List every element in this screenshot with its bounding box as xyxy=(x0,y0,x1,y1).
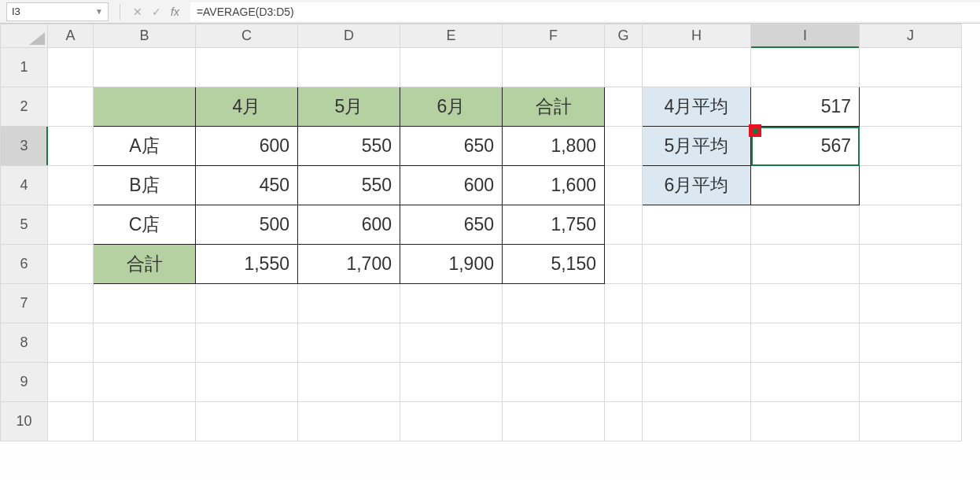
row-header-10[interactable]: 10 xyxy=(1,402,48,441)
confirm-icon[interactable]: ✓ xyxy=(152,6,161,18)
cell-A6[interactable] xyxy=(48,245,94,284)
cell-I3[interactable]: 567 xyxy=(751,127,860,166)
cell-J2[interactable] xyxy=(860,87,962,127)
cell-C1[interactable] xyxy=(196,48,298,87)
cell-J3[interactable] xyxy=(860,127,962,166)
cell-G9[interactable] xyxy=(605,363,643,402)
cell-J4[interactable] xyxy=(860,166,962,205)
cell-G3[interactable] xyxy=(605,127,643,166)
cell-A1[interactable] xyxy=(48,48,94,87)
cell-B4[interactable]: B店 xyxy=(94,166,196,205)
cell-J1[interactable] xyxy=(860,48,962,87)
row-header-5[interactable]: 5 xyxy=(1,205,48,245)
row-header-1[interactable]: 1 xyxy=(1,48,48,87)
cell-C8[interactable] xyxy=(196,323,298,363)
cell-B2[interactable] xyxy=(94,87,196,127)
cell-H6[interactable] xyxy=(643,245,751,284)
cell-A8[interactable] xyxy=(48,323,94,363)
cell-H8[interactable] xyxy=(643,323,751,363)
cell-B8[interactable] xyxy=(94,323,196,363)
cell-H2[interactable]: 4月平均 xyxy=(643,87,751,127)
cell-E6[interactable]: 1,900 xyxy=(400,245,503,284)
cell-G6[interactable] xyxy=(605,245,643,284)
cell-C2[interactable]: 4月 xyxy=(196,87,298,127)
cell-G10[interactable] xyxy=(605,402,643,441)
col-header-C[interactable]: C xyxy=(196,24,298,48)
row-header-4[interactable]: 4 xyxy=(1,166,48,205)
row-header-8[interactable]: 8 xyxy=(1,323,48,363)
cell-B3[interactable]: A店 xyxy=(94,127,196,166)
row-header-7[interactable]: 7 xyxy=(1,284,48,323)
select-all-corner[interactable] xyxy=(1,24,48,48)
cell-G8[interactable] xyxy=(605,323,643,363)
cell-F6[interactable]: 5,150 xyxy=(503,245,605,284)
cell-B1[interactable] xyxy=(94,48,196,87)
col-header-I[interactable]: I xyxy=(751,24,860,48)
cell-C4[interactable]: 450 xyxy=(196,166,298,205)
col-header-F[interactable]: F xyxy=(503,24,605,48)
spreadsheet[interactable]: A B C D E F G H I J 1 2 xyxy=(0,24,980,441)
cell-G1[interactable] xyxy=(605,48,643,87)
cell-A2[interactable] xyxy=(48,87,94,127)
row-header-2[interactable]: 2 xyxy=(1,87,48,127)
cell-E9[interactable] xyxy=(400,363,503,402)
col-header-H[interactable]: H xyxy=(643,24,751,48)
cell-D4[interactable]: 550 xyxy=(298,166,400,205)
cancel-icon[interactable]: ✕ xyxy=(133,6,142,18)
cell-I9[interactable] xyxy=(751,363,860,402)
cell-D2[interactable]: 5月 xyxy=(298,87,400,127)
cell-J7[interactable] xyxy=(860,284,962,323)
cell-I8[interactable] xyxy=(751,323,860,363)
name-box[interactable]: I3 ▼ xyxy=(6,2,109,21)
cell-B6[interactable]: 合計 xyxy=(94,245,196,284)
cell-D10[interactable] xyxy=(298,402,400,441)
col-header-J[interactable]: J xyxy=(860,24,962,48)
cell-J9[interactable] xyxy=(860,363,962,402)
cell-E2[interactable]: 6月 xyxy=(400,87,503,127)
cell-C3[interactable]: 600 xyxy=(196,127,298,166)
cell-H10[interactable] xyxy=(643,402,751,441)
cell-A3[interactable] xyxy=(48,127,94,166)
cell-C7[interactable] xyxy=(196,284,298,323)
cell-F4[interactable]: 1,600 xyxy=(503,166,605,205)
cell-H5[interactable] xyxy=(643,205,751,245)
cell-E4[interactable]: 600 xyxy=(400,166,503,205)
cell-I2[interactable]: 517 xyxy=(751,87,860,127)
cell-H4[interactable]: 6月平均 xyxy=(643,166,751,205)
cell-E1[interactable] xyxy=(400,48,503,87)
cell-D6[interactable]: 1,700 xyxy=(298,245,400,284)
cell-C5[interactable]: 500 xyxy=(196,205,298,245)
cell-G4[interactable] xyxy=(605,166,643,205)
cell-H3[interactable]: 5月平均 xyxy=(643,127,751,166)
row-header-3[interactable]: 3 xyxy=(1,127,48,166)
col-header-B[interactable]: B xyxy=(94,24,196,48)
cell-B7[interactable] xyxy=(94,284,196,323)
cell-A9[interactable] xyxy=(48,363,94,402)
col-header-E[interactable]: E xyxy=(400,24,503,48)
formula-input[interactable]: =AVERAGE(D3:D5) xyxy=(190,2,980,21)
cell-F7[interactable] xyxy=(503,284,605,323)
row-header-6[interactable]: 6 xyxy=(1,245,48,284)
cell-F1[interactable] xyxy=(503,48,605,87)
cell-C6[interactable]: 1,550 xyxy=(196,245,298,284)
cell-F8[interactable] xyxy=(503,323,605,363)
cell-I1[interactable] xyxy=(751,48,860,87)
cell-H7[interactable] xyxy=(643,284,751,323)
cell-I10[interactable] xyxy=(751,402,860,441)
cell-H1[interactable] xyxy=(643,48,751,87)
cell-J10[interactable] xyxy=(860,402,962,441)
cell-D5[interactable]: 600 xyxy=(298,205,400,245)
cell-B5[interactable]: C店 xyxy=(94,205,196,245)
cell-D1[interactable] xyxy=(298,48,400,87)
fx-button[interactable]: fx xyxy=(171,6,179,18)
cell-E3[interactable]: 650 xyxy=(400,127,503,166)
col-header-G[interactable]: G xyxy=(605,24,643,48)
grid[interactable]: A B C D E F G H I J 1 2 xyxy=(0,24,962,441)
cell-I4[interactable] xyxy=(751,166,860,205)
cell-E7[interactable] xyxy=(400,284,503,323)
cell-H9[interactable] xyxy=(643,363,751,402)
cell-A4[interactable] xyxy=(48,166,94,205)
cell-D7[interactable] xyxy=(298,284,400,323)
cell-A7[interactable] xyxy=(48,284,94,323)
cell-F10[interactable] xyxy=(503,402,605,441)
